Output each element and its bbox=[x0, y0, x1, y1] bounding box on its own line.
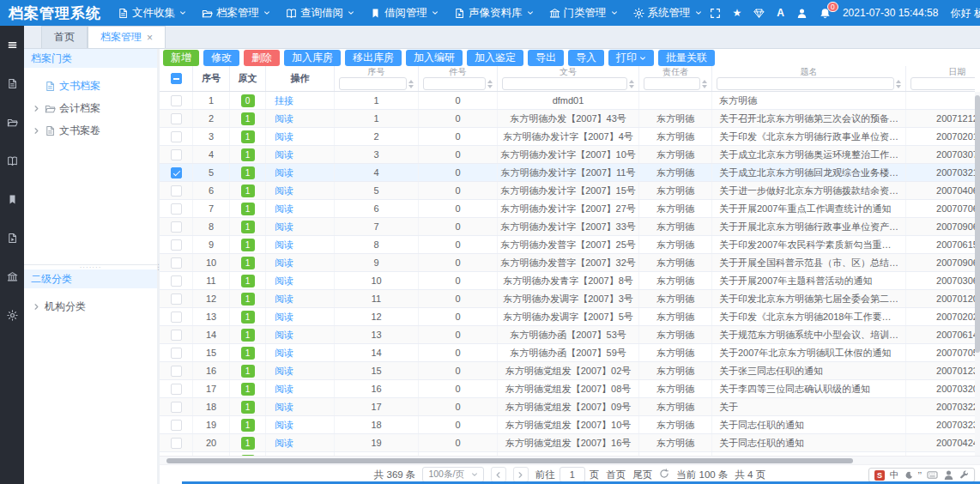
table-row[interactable]: 131阅读120东方明德办发调字【2007】5号东方明德关于印发《北京东方明德2… bbox=[160, 308, 975, 326]
original-count-badge[interactable]: 1 bbox=[241, 221, 255, 233]
row-checkbox[interactable] bbox=[171, 257, 182, 269]
original-count-badge[interactable]: 1 bbox=[241, 203, 255, 215]
filter-doc-no-input[interactable] bbox=[502, 77, 627, 90]
filter-title-input[interactable] bbox=[717, 77, 894, 90]
tab-archive-management[interactable]: 档案管理× bbox=[88, 26, 166, 48]
row-checkbox[interactable] bbox=[171, 149, 182, 160]
last-page-link[interactable]: 尾页 bbox=[632, 469, 652, 481]
filter-no-input[interactable] bbox=[339, 77, 407, 90]
font-size-icon[interactable]: A bbox=[777, 7, 784, 19]
next-page-button[interactable] bbox=[513, 467, 529, 482]
topbar-menu-2[interactable]: 档案管理 bbox=[194, 0, 278, 26]
table-row[interactable]: 121阅读110东方明德办发调字【2007】3号东方明德关于印发北京东方明德第七… bbox=[160, 290, 975, 308]
operation-link[interactable]: 阅读 bbox=[275, 203, 293, 215]
gem-icon[interactable] bbox=[753, 8, 765, 19]
original-count-badge[interactable]: 1 bbox=[241, 383, 255, 396]
table-row[interactable]: 191阅读180东方明德党组发【2007】10号东方明德关于同志任职的通知200… bbox=[160, 416, 975, 434]
row-checkbox[interactable] bbox=[171, 185, 182, 197]
table-row[interactable]: 91阅读80东方明德办发普字【2007】25号东方明德关于印发2007年农民科学… bbox=[160, 236, 975, 254]
row-checkbox[interactable] bbox=[171, 275, 182, 287]
prev-page-button[interactable] bbox=[491, 467, 506, 482]
table-row[interactable]: 101阅读90东方明德办发普字【2007】32号东方明德关于开展全国科普示范县（… bbox=[160, 254, 975, 272]
tree-item[interactable]: 文书档案 bbox=[24, 75, 157, 97]
operation-link[interactable]: 阅读 bbox=[275, 401, 293, 414]
operation-link[interactable]: 阅读 bbox=[275, 293, 293, 306]
table-row[interactable]: 141阅读130东方明德办函【2007】53号东方明德关于规范东方明德系统中小型… bbox=[160, 326, 975, 344]
tree-item[interactable]: 文书案卷 bbox=[24, 119, 157, 142]
row-checkbox[interactable] bbox=[171, 113, 182, 124]
toolbar-button-5[interactable]: 移出库房 bbox=[345, 50, 402, 66]
select-all-checkbox[interactable] bbox=[171, 73, 182, 84]
operation-link[interactable]: 阅读 bbox=[275, 347, 293, 360]
close-icon[interactable]: × bbox=[147, 33, 153, 43]
sort-carets[interactable] bbox=[408, 80, 414, 88]
vertical-scroll-thumb[interactable] bbox=[975, 95, 980, 353]
operation-link[interactable]: 阅读 bbox=[275, 257, 293, 269]
filter-item-no-input[interactable] bbox=[423, 77, 486, 90]
vertical-scrollbar[interactable] bbox=[975, 92, 980, 456]
table-row[interactable]: 71阅读60东方明德办发计字【2007】27号东方明德关于开展2007年重点工作… bbox=[160, 200, 975, 218]
row-checkbox[interactable] bbox=[171, 366, 182, 377]
first-page-link[interactable]: 首页 bbox=[606, 469, 626, 481]
expand-icon[interactable] bbox=[710, 8, 721, 19]
table-row[interactable]: 10挂接10dfmd01东方明德 bbox=[160, 92, 975, 110]
ime-text[interactable]: ’’ bbox=[918, 470, 922, 481]
sidebar-item-bookmark[interactable] bbox=[0, 180, 24, 219]
original-count-badge[interactable]: 1 bbox=[241, 347, 255, 360]
filter-responsible-input[interactable] bbox=[644, 77, 700, 90]
bell-icon[interactable]: 0 bbox=[820, 8, 831, 19]
page-size-select[interactable]: 100条/页 bbox=[422, 467, 483, 482]
table-row[interactable]: 111阅读100东方明德办发青字【2007】8号东方明德关于开展2007年主题科… bbox=[160, 272, 975, 290]
original-count-badge[interactable]: 1 bbox=[241, 311, 255, 324]
toolbar-button-7[interactable]: 加入鉴定 bbox=[467, 50, 523, 66]
operation-link[interactable]: 阅读 bbox=[275, 166, 293, 179]
row-checkbox[interactable] bbox=[171, 402, 182, 413]
table-row[interactable]: 181阅读170东方明德党组发【2007】09号东方明德关于20070322 bbox=[160, 398, 975, 416]
row-checkbox[interactable] bbox=[171, 348, 182, 359]
table-row[interactable]: 201阅读190东方明德党组发【2007】16号东方明德关于同志任职的通知200… bbox=[160, 434, 975, 452]
row-checkbox[interactable] bbox=[171, 312, 182, 323]
original-count-badge[interactable]: 1 bbox=[241, 437, 255, 450]
original-count-badge[interactable]: 1 bbox=[241, 112, 255, 125]
row-checkbox[interactable] bbox=[171, 95, 182, 106]
sort-carets[interactable] bbox=[629, 80, 634, 88]
row-checkbox[interactable] bbox=[171, 167, 182, 178]
table-row[interactable]: 31阅读20东方明德办发计字【2007】4号东方明德关于印发《北京东方明德行政事… bbox=[160, 128, 975, 146]
sidebar-item-folder-open[interactable] bbox=[0, 103, 24, 142]
row-checkbox[interactable] bbox=[171, 131, 182, 142]
row-checkbox[interactable] bbox=[171, 384, 182, 395]
row-checkbox[interactable] bbox=[171, 293, 182, 305]
row-checkbox[interactable] bbox=[171, 239, 182, 251]
operation-link[interactable]: 阅读 bbox=[275, 437, 293, 450]
tree-item[interactable]: 机构分类 bbox=[24, 295, 157, 318]
toolbar-button-10[interactable]: 打印 bbox=[608, 50, 654, 66]
sogou-ime-icon[interactable]: S bbox=[874, 470, 885, 481]
operation-link[interactable]: 阅读 bbox=[275, 329, 293, 342]
sort-carets[interactable] bbox=[702, 80, 707, 88]
operation-link[interactable]: 阅读 bbox=[275, 365, 293, 378]
row-checkbox[interactable] bbox=[171, 330, 182, 341]
original-count-badge[interactable]: 1 bbox=[241, 401, 255, 414]
original-count-badge[interactable]: 0 bbox=[241, 94, 255, 107]
original-count-badge[interactable]: 1 bbox=[241, 239, 255, 251]
table-row[interactable]: 21阅读10东方明德办发【2007】43号东方明德关于召开北京东方明德第三次会议… bbox=[160, 110, 975, 128]
operation-link[interactable]: 挂接 bbox=[275, 94, 293, 107]
operation-link[interactable]: 阅读 bbox=[275, 383, 293, 396]
original-count-badge[interactable]: 1 bbox=[241, 293, 255, 306]
user-icon[interactable] bbox=[796, 8, 808, 19]
operation-link[interactable]: 阅读 bbox=[275, 130, 293, 143]
operation-link[interactable]: 阅读 bbox=[275, 185, 293, 197]
user-icon[interactable] bbox=[943, 469, 954, 481]
original-count-badge[interactable]: 1 bbox=[241, 148, 255, 161]
toolbar-button-9[interactable]: 导入 bbox=[568, 50, 604, 66]
toolbar-button-11[interactable]: 批量关联 bbox=[658, 50, 715, 66]
operation-link[interactable]: 阅读 bbox=[275, 419, 293, 432]
original-count-badge[interactable]: 1 bbox=[241, 365, 255, 378]
table-row[interactable]: 161阅读150东方明德党组发【2007】02号东方明德关于张三同志任职的通知2… bbox=[160, 362, 975, 380]
operation-link[interactable]: 阅读 bbox=[275, 275, 293, 287]
toolbar-button-1[interactable]: 新增 bbox=[163, 50, 199, 66]
sidebar-item-gear[interactable] bbox=[0, 296, 24, 335]
original-count-badge[interactable]: 1 bbox=[241, 329, 255, 342]
sidebar-item-file-text[interactable] bbox=[0, 64, 24, 103]
row-checkbox[interactable] bbox=[171, 420, 182, 431]
